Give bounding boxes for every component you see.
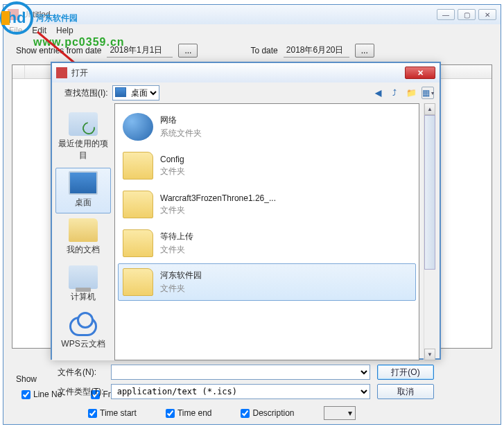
desktop-icon [115,87,126,97]
file-row[interactable]: Config文件夹 [118,147,416,184]
file-row[interactable]: 网络系统文件夹 [118,108,416,146]
checkbox-time-end[interactable]: Time end [166,408,212,418]
nav-up-icon[interactable]: ⤴ [388,87,401,99]
menu-file[interactable]: File [9,26,22,37]
new-folder-icon[interactable]: 📁 [405,87,417,99]
menubar: File Edit Help [3,24,501,38]
folder-icon [123,152,153,180]
open-button[interactable]: 打开(O) [377,365,434,380]
folder-icon [123,229,153,257]
file-type: 系统文件夹 [160,128,202,139]
close-button[interactable]: ✕ [478,9,496,20]
titlebar: Untitled — ▢ ✕ [3,5,501,24]
filename-input[interactable] [111,365,370,380]
place-computer[interactable]: 计算机 [55,262,111,308]
file-name: Warcraft3FrozenThrone1.26_... [160,193,276,203]
menu-help[interactable]: Help [56,26,73,37]
file-name: 河东软件园 [160,270,202,281]
file-row[interactable]: Warcraft3FrozenThrone1.26_...文件夹 [118,186,416,223]
checkbox-time-start[interactable]: Time start [88,408,137,418]
scroll-thumb[interactable] [424,115,435,270]
dialog-title: 打开 [71,67,405,79]
maximize-button[interactable]: ▢ [458,9,476,20]
places-bar: 最近使用的项目 桌面 我的文档 计算机 WPS云文档 [52,103,114,360]
file-list-scrollbar[interactable]: ▲ ▼ [424,103,435,360]
place-wps-cloud[interactable]: WPS云文档 [55,309,111,355]
to-date-value[interactable]: 2018年6月20日 [284,44,349,58]
window-title: Untitled [22,10,437,19]
file-type: 文件夹 [160,244,193,256]
menu-edit[interactable]: Edit [32,26,46,37]
file-list[interactable]: 网络系统文件夹Config文件夹Warcraft3FrozenThrone1.2… [114,103,419,360]
file-type: 文件夹 [160,166,185,177]
from-date-label: Show entries from date [16,46,101,55]
open-file-dialog: 打开 ✕ 查找范围(I): 桌面 ◀ ⤴ 📁 ▦ 最近使用的项目 [51,62,441,360]
file-row[interactable]: 河东软件园文件夹 [118,263,416,301]
file-type: 文件夹 [160,204,276,216]
from-date-value[interactable]: 2018年1月1日 [107,44,173,58]
file-row[interactable]: 等待上传文件夹 [118,225,416,262]
view-mode-icon[interactable]: ▦ [422,87,434,99]
place-mydocs[interactable]: 我的文档 [55,215,111,261]
dialog-close-button[interactable]: ✕ [405,67,435,79]
sort-dropdown[interactable]: ▾ [324,406,356,420]
file-name: 网络 [160,114,202,126]
scroll-up-icon[interactable]: ▲ [424,103,435,115]
file-type: 文件夹 [160,283,202,295]
filename-label: 文件名(N): [58,367,104,378]
file-name: 等待上传 [160,231,193,243]
date-filter-row: Show entries from date 2018年1月1日 ... To … [3,38,501,63]
to-date-label: To date [250,46,277,55]
nav-back-icon[interactable]: ◀ [372,87,384,99]
folder-icon [123,268,153,296]
place-desktop[interactable]: 桌面 [55,168,111,213]
dialog-icon [56,67,67,78]
filetype-label: 文件类型(T): [58,386,104,398]
scroll-down-icon[interactable]: ▼ [424,349,435,360]
from-date-picker-button[interactable]: ... [178,44,198,58]
place-recent[interactable]: 最近使用的项目 [55,109,111,166]
dialog-titlebar: 打开 ✕ [52,63,440,82]
lookin-row: 查找范围(I): 桌面 ◀ ⤴ 📁 ▦ [52,82,440,103]
filetype-dropdown[interactable]: application/text (*.ics) [111,384,370,399]
to-date-picker-button[interactable]: ... [355,44,374,58]
minimize-button[interactable]: — [437,9,455,20]
network-icon [123,113,153,141]
cancel-button[interactable]: 取消 [377,384,434,399]
checkbox-description[interactable]: Description [241,408,294,418]
folder-icon [123,191,153,218]
file-name: Config [160,155,185,164]
lookin-label: 查找范围(I): [64,87,108,99]
app-icon [8,9,19,20]
